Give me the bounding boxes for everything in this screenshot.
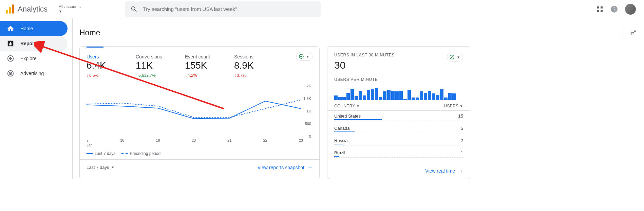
- svg-text:?: ?: [613, 6, 615, 12]
- brand-name: Analytics: [18, 5, 48, 14]
- minute-bar: [383, 91, 386, 100]
- svg-rect-11: [10, 42, 11, 45]
- country-name: Russia: [334, 138, 348, 143]
- sidebar-item-home[interactable]: Home: [0, 21, 68, 36]
- metric-conversions[interactable]: Conversions 11K ↑6,632.7%: [136, 52, 185, 78]
- svg-marker-17: [636, 30, 637, 31]
- minute-bar: [436, 95, 439, 100]
- chart-area: 05001K1.5K2K17181920212223Jan Last 7 day…: [80, 78, 319, 156]
- svg-text:22: 22: [263, 138, 267, 142]
- country-name: Canada: [334, 126, 350, 131]
- chevron-down-icon: ▼: [460, 104, 463, 108]
- svg-text:Jan: Jan: [87, 143, 93, 147]
- search-input[interactable]: [143, 6, 316, 12]
- account-label: All accounts: [59, 5, 81, 9]
- check-circle-icon: [449, 54, 455, 60]
- card-options-pill[interactable]: ▼: [447, 53, 463, 61]
- table-row: Russia2: [327, 135, 470, 144]
- minute-bar: [440, 89, 443, 100]
- metric-delta: ↓3.7%: [234, 73, 283, 78]
- row-bar: [334, 144, 343, 144]
- metric-value: 8.9K: [234, 60, 283, 71]
- svg-rect-4: [601, 6, 603, 8]
- svg-rect-3: [597, 6, 599, 8]
- insights-icon[interactable]: [630, 29, 637, 36]
- svg-text:18: 18: [120, 138, 124, 142]
- arrow-up-icon: ↑: [136, 73, 138, 78]
- check-circle-icon: [299, 54, 304, 59]
- sidebar: Home Reports Explore Advertising: [0, 18, 72, 179]
- apps-icon[interactable]: [596, 6, 603, 13]
- sidebar-item-label: Reports: [20, 41, 38, 46]
- metric-value: 11K: [136, 60, 185, 71]
- minute-bar: [412, 98, 415, 100]
- metric-sessions[interactable]: Sessions 8.9K ↓3.7%: [234, 52, 283, 78]
- minute-bar: [375, 88, 378, 100]
- divider: [53, 4, 53, 14]
- app-header: Analytics All accounts ▼ ?: [0, 0, 644, 18]
- chevron-down-icon: ▼: [306, 55, 309, 58]
- svg-point-16: [10, 73, 11, 74]
- minute-bar: [416, 98, 419, 100]
- svg-rect-0: [6, 10, 8, 14]
- metric-value: 6.4K: [87, 60, 136, 71]
- account-switcher[interactable]: All accounts ▼: [59, 5, 81, 13]
- metric-event-count[interactable]: Event count 155K ↓4.2%: [185, 52, 234, 78]
- users-per-minute-title: USERS PER MINUTE: [334, 77, 463, 82]
- sidebar-item-label: Home: [20, 26, 33, 31]
- realtime-card: USERS IN LAST 30 MINUTES 30 ▼ USERS PER …: [327, 46, 470, 179]
- minute-bar: [342, 97, 346, 100]
- card-options-pill[interactable]: ▼: [296, 52, 312, 61]
- country-users: 15: [458, 113, 463, 119]
- svg-rect-2: [12, 4, 14, 14]
- metric-value: 155K: [185, 60, 234, 71]
- minute-bar: [432, 93, 435, 100]
- svg-text:0: 0: [309, 134, 311, 138]
- help-icon[interactable]: ?: [610, 5, 618, 13]
- logo: Analytics: [5, 4, 48, 14]
- advertising-icon: [7, 70, 14, 77]
- svg-text:2K: 2K: [307, 84, 311, 88]
- svg-rect-12: [12, 43, 12, 45]
- arrow-down-icon: ↓: [234, 73, 236, 78]
- metric-users[interactable]: Users 6.4K ↓6.5%: [87, 52, 136, 78]
- minute-bar: [444, 98, 448, 100]
- col-users[interactable]: USERS▼: [444, 104, 463, 108]
- date-range-selector[interactable]: Last 7 days ▼: [87, 165, 114, 170]
- view-reports-snapshot-link[interactable]: View reports snapshot →: [258, 165, 312, 170]
- svg-rect-1: [9, 7, 11, 14]
- chart-legend: Last 7 days Preceding period: [87, 148, 312, 156]
- col-country[interactable]: COUNTRY▼: [334, 104, 360, 108]
- svg-text:500: 500: [305, 122, 311, 126]
- avatar[interactable]: [625, 4, 636, 15]
- chevron-down-icon: ▼: [111, 165, 115, 169]
- view-real-time-link[interactable]: View real time →: [425, 168, 463, 174]
- metric-delta: ↓4.2%: [185, 73, 234, 78]
- card-footer: View real time →: [327, 163, 470, 179]
- explore-icon: [7, 55, 14, 62]
- sidebar-item-explore[interactable]: Explore: [0, 51, 68, 66]
- realtime-title: USERS IN LAST 30 MINUTES: [334, 53, 395, 57]
- metrics-row: Users 6.4K ↓6.5% Conversions 11K ↑6,632.…: [80, 47, 319, 78]
- page-title: Home: [79, 28, 100, 37]
- table-row: Canada5: [327, 123, 470, 131]
- realtime-value: 30: [334, 59, 395, 71]
- home-icon: [7, 25, 14, 32]
- row-bar: [334, 119, 382, 120]
- minute-bar: [338, 97, 342, 100]
- arrow-right-icon: →: [458, 168, 463, 174]
- reports-icon: [7, 40, 14, 47]
- minute-bar: [395, 91, 399, 100]
- minute-bar: [367, 90, 370, 100]
- minute-bar: [399, 91, 403, 100]
- minute-bar: [420, 91, 423, 100]
- sidebar-item-advertising[interactable]: Advertising: [0, 66, 68, 81]
- minute-bar: [452, 93, 456, 100]
- chevron-down-icon: ▼: [59, 10, 81, 13]
- search-bar[interactable]: [125, 1, 321, 17]
- svg-text:23: 23: [299, 138, 303, 142]
- sidebar-item-reports[interactable]: Reports: [0, 36, 68, 51]
- minute-bar: [387, 90, 391, 100]
- country-users: 2: [461, 138, 463, 143]
- svg-text:1K: 1K: [307, 109, 311, 113]
